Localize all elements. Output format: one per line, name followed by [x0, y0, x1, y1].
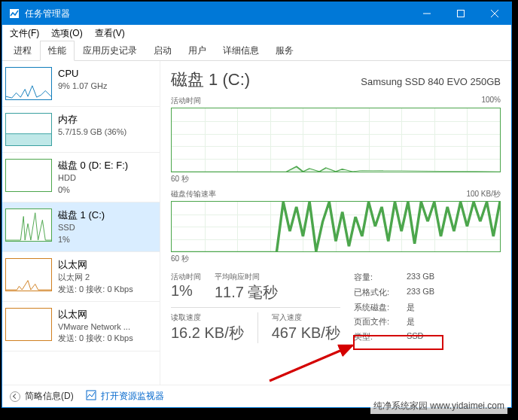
- svg-rect-5: [6, 134, 51, 145]
- minimize-button[interactable]: [410, 2, 443, 25]
- menu-file[interactable]: 文件(F): [7, 26, 42, 41]
- disk1-thumb: [5, 208, 52, 242]
- tab-users[interactable]: 用户: [180, 41, 215, 61]
- disk0-thumb: [5, 159, 52, 192]
- menu-view[interactable]: 查看(V): [92, 26, 128, 41]
- sidebar-item-ethernet2[interactable]: 以太网 VMware Network ... 发送: 0 接收: 0 Kbps: [2, 302, 160, 352]
- sidebar-item-label: CPU: [58, 67, 107, 81]
- eth1-thumb: [5, 258, 52, 291]
- stat-resp-value: 11.7 毫秒: [215, 282, 278, 303]
- annotation-arrow: [266, 339, 364, 385]
- chart1-max: 100%: [481, 96, 501, 106]
- stat-read-value: 16.2 KB/秒: [171, 323, 244, 343]
- kv-sysdisk-l: 系统磁盘:: [354, 302, 407, 314]
- sidebar-item-label: 磁盘 1 (C:): [58, 208, 105, 222]
- highlight-box: [353, 335, 443, 350]
- task-manager-window: 任务管理器 文件(F) 选项(O) 查看(V) 进程 性能 应用历史记录 启动 …: [2, 2, 512, 408]
- watermark: 纯净系统家园 www.yidaimei.com: [370, 398, 507, 414]
- chart1-xaxis: 60 秒: [171, 174, 501, 184]
- stat-read-label: 读取速度: [171, 312, 244, 323]
- kv-pagefile-l: 页面文件:: [354, 316, 407, 328]
- sidebar-item-detail: VMware Network ...: [58, 321, 133, 333]
- chart-transfer-rate[interactable]: [171, 201, 501, 252]
- sidebar-item-detail2: 0%: [58, 184, 128, 196]
- app-icon: [8, 8, 20, 20]
- sidebar-item-detail2: 1%: [58, 234, 105, 245]
- chart2-max: 100 KB/秒: [466, 189, 501, 199]
- page-title: 磁盘 1 (C:): [171, 68, 250, 91]
- stat-write-value: 467 KB/秒: [272, 323, 340, 343]
- menubar: 文件(F) 选项(O) 查看(V): [2, 25, 511, 41]
- chart2-label: 磁盘传输速率: [171, 189, 216, 199]
- sidebar-item-ethernet1[interactable]: 以太网 以太网 2 发送: 0 接收: 0 Kbps: [2, 252, 160, 302]
- tab-startup[interactable]: 启动: [145, 41, 180, 61]
- menu-options[interactable]: 选项(O): [48, 26, 85, 41]
- sidebar-item-label: 以太网: [58, 258, 133, 272]
- svg-rect-9: [87, 391, 96, 400]
- sidebar-item-detail2: 发送: 0 接收: 0 Kbps: [58, 333, 133, 344]
- window-title: 任务管理器: [25, 8, 70, 20]
- stat-write-label: 写入速度: [272, 312, 340, 323]
- sidebar-item-detail: SSD: [58, 222, 105, 233]
- open-resmon-link[interactable]: 打开资源监视器: [101, 390, 164, 403]
- kv-formatted-v: 233 GB: [407, 287, 459, 299]
- resmon-icon: [86, 390, 96, 403]
- chart1-label: 活动时间: [171, 96, 201, 106]
- sidebar-item-cpu[interactable]: CPU 9% 1.07 GHz: [2, 61, 160, 107]
- sidebar-item-detail: 以太网 2: [58, 272, 133, 283]
- svg-rect-2: [457, 11, 464, 17]
- cpu-thumb: [5, 67, 52, 100]
- kv-capacity-v: 233 GB: [407, 272, 459, 284]
- sidebar-item-detail: HDD: [58, 172, 128, 184]
- kv-capacity-l: 容量:: [354, 272, 407, 284]
- sidebar: CPU 9% 1.07 GHz 内存 5.7/15.9 GB (36%) 磁盘 …: [2, 61, 160, 385]
- tab-details[interactable]: 详细信息: [215, 41, 267, 61]
- tabstrip: 进程 性能 应用历史记录 启动 用户 详细信息 服务: [2, 41, 511, 61]
- sidebar-item-detail2: 发送: 0 接收: 0 Kbps: [58, 284, 133, 295]
- fewer-details-link[interactable]: 简略信息(D): [25, 390, 74, 403]
- titlebar[interactable]: 任务管理器: [2, 2, 511, 25]
- sidebar-item-label: 内存: [58, 113, 126, 126]
- sidebar-item-label: 以太网: [58, 308, 133, 321]
- chart-active-time[interactable]: [171, 108, 501, 172]
- tab-performance[interactable]: 性能: [40, 41, 75, 61]
- kv-formatted-l: 已格式化:: [354, 287, 407, 299]
- close-button[interactable]: [477, 2, 511, 25]
- sidebar-item-detail: 5.7/15.9 GB (36%): [58, 126, 126, 138]
- chart2-xaxis: 60 秒: [171, 254, 501, 264]
- stat-active-value: 1%: [171, 282, 201, 300]
- svg-line-8: [270, 345, 352, 381]
- main-panel: 磁盘 1 (C:) Samsung SSD 840 EVO 250GB 活动时间…: [160, 61, 511, 385]
- memory-thumb: [5, 113, 52, 146]
- chevron-collapse-icon[interactable]: [10, 391, 20, 402]
- tab-services[interactable]: 服务: [267, 41, 302, 61]
- eth2-thumb: [5, 308, 52, 341]
- disk-model: Samsung SSD 840 EVO 250GB: [361, 76, 501, 87]
- sidebar-item-disk1[interactable]: 磁盘 1 (C:) SSD 1%: [2, 202, 160, 252]
- sidebar-item-disk0[interactable]: 磁盘 0 (D: E: F:) HDD 0%: [2, 153, 160, 202]
- sidebar-item-detail: 9% 1.07 GHz: [58, 81, 107, 92]
- tab-app-history[interactable]: 应用历史记录: [75, 41, 145, 61]
- maximize-button[interactable]: [443, 2, 477, 25]
- kv-pagefile-v: 是: [407, 316, 459, 328]
- sidebar-item-memory[interactable]: 内存 5.7/15.9 GB (36%): [2, 107, 160, 153]
- sidebar-item-label: 磁盘 0 (D: E: F:): [58, 159, 128, 172]
- kv-sysdisk-v: 是: [407, 302, 459, 314]
- stat-active-label: 活动时间: [171, 272, 201, 282]
- stat-resp-label: 平均响应时间: [215, 272, 278, 282]
- disk-properties: 容量:233 GB 已格式化:233 GB 系统磁盘:是 页面文件:是 类型:S…: [354, 272, 459, 343]
- tab-processes[interactable]: 进程: [5, 41, 40, 61]
